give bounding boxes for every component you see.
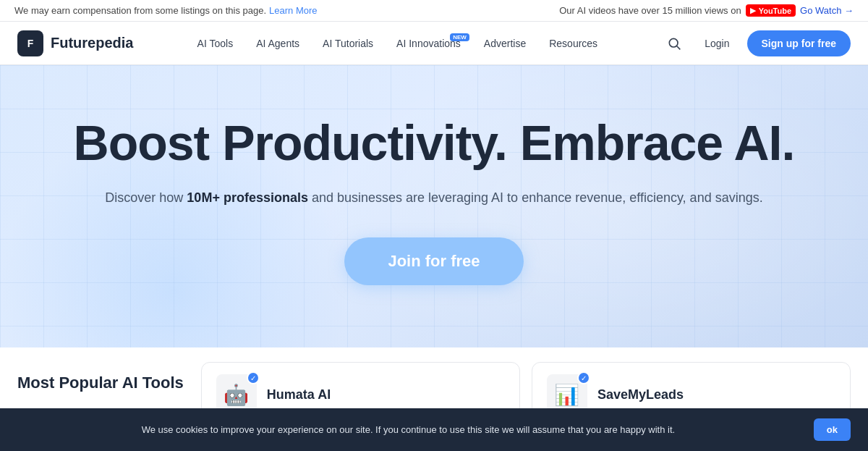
nav-ai-agents[interactable]: AI Agents	[246, 32, 310, 55]
nav-ai-tools[interactable]: AI Tools	[187, 32, 244, 55]
cookie-banner: We use cookies to improve your experienc…	[0, 408, 868, 427]
announcement-right-text: Our AI videos have over 15 million views…	[559, 5, 741, 16]
join-free-button[interactable]: Join for free	[344, 237, 523, 285]
cookie-ok-button[interactable]: ok	[814, 418, 851, 427]
svg-line-1	[677, 46, 681, 49]
hero-subtitle-bold: 10M+ professionals	[187, 190, 308, 205]
hero-subtitle: Discover how 10M+ professionals and busi…	[14, 187, 854, 208]
nav-resources[interactable]: Resources	[539, 32, 608, 55]
announcement-right: Our AI videos have over 15 million views…	[559, 4, 854, 17]
cookie-text: We use cookies to improve your experienc…	[17, 424, 799, 427]
signup-button[interactable]: Sign up for free	[747, 30, 851, 56]
announcement-left: We may earn compensation from some listi…	[14, 5, 318, 16]
logo-icon: F	[17, 30, 43, 56]
nav-ai-tutorials[interactable]: AI Tutorials	[312, 32, 383, 55]
nav-links: AI Tools AI Agents AI Tutorials AI Innov…	[187, 32, 608, 55]
hero-subtitle-suffix: and businesses are leveraging AI to enha…	[308, 190, 763, 205]
popular-section-title: Most Popular AI Tools	[17, 362, 184, 392]
verified-badge-humata: ✓	[247, 371, 260, 384]
logo-link[interactable]: F Futurepedia	[17, 30, 133, 56]
announcement-text: We may earn compensation from some listi…	[14, 5, 266, 16]
hero-content: Boost Productivity. Embrace AI. Discover…	[14, 116, 854, 285]
learn-more-link[interactable]: Learn More	[269, 5, 317, 16]
hero-title: Boost Productivity. Embrace AI.	[14, 116, 854, 170]
announcement-bar: We may earn compensation from some listi…	[0, 0, 868, 22]
new-badge: NEW	[450, 33, 469, 41]
tool-name-savemyleads: SaveMyLeads	[597, 387, 684, 402]
go-watch-link[interactable]: Go Watch →	[800, 5, 854, 16]
login-button[interactable]: Login	[696, 32, 738, 55]
youtube-label: YouTube	[759, 7, 791, 15]
nav-ai-innovations[interactable]: AI Innovations NEW	[386, 32, 471, 55]
logo-text: Futurepedia	[51, 35, 133, 51]
nav-advertise[interactable]: Advertise	[474, 32, 536, 55]
youtube-icon: ▶	[750, 6, 756, 15]
search-icon	[667, 36, 681, 51]
svg-point-0	[670, 38, 678, 47]
search-button[interactable]	[661, 30, 687, 56]
youtube-badge: ▶ YouTube	[746, 4, 796, 17]
tool-name-humata: Humata AI	[267, 387, 331, 402]
verified-badge-savemyleads: ✓	[577, 371, 590, 384]
navbar: F Futurepedia AI Tools AI Agents AI Tuto…	[0, 22, 868, 65]
hero-section: Boost Productivity. Embrace AI. Discover…	[0, 65, 868, 347]
hero-subtitle-prefix: Discover how	[105, 190, 187, 205]
nav-actions: Login Sign up for free	[661, 30, 851, 56]
